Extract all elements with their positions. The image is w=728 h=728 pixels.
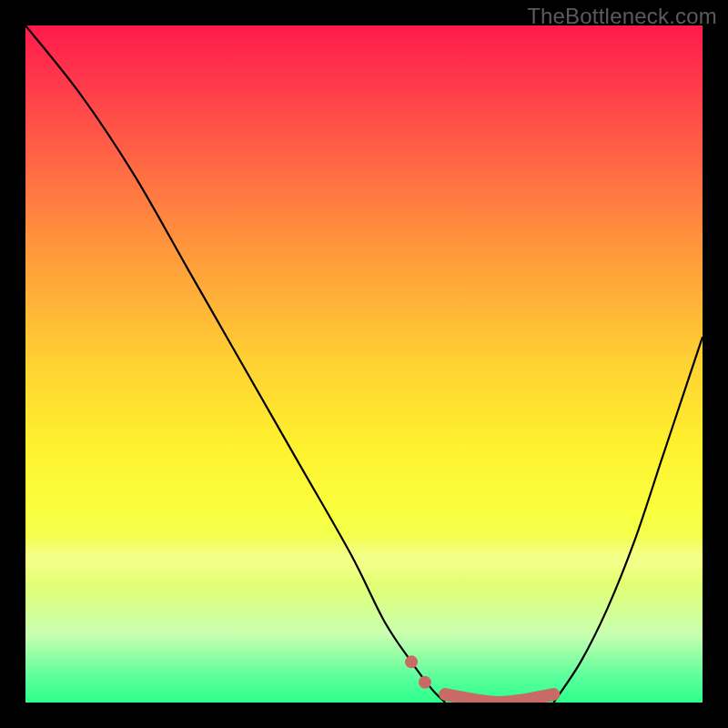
dot-2 [419, 676, 431, 689]
watermark-text: TheBottleneck.com [527, 4, 717, 29]
valley-flat [445, 694, 553, 703]
chart-frame: TheBottleneck.com [0, 0, 728, 728]
left-curve [25, 25, 445, 703]
right-curve [553, 337, 703, 703]
dot-1 [405, 655, 418, 668]
chart-svg [25, 25, 703, 703]
plot-area [25, 25, 703, 703]
